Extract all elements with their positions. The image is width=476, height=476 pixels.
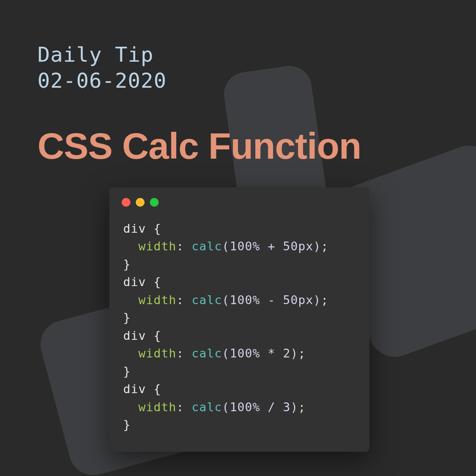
- content-area: Daily Tip 02-06-2020 CSS Calc Function d…: [0, 0, 476, 452]
- code-content: div { width: calc(100% + 50px); } div { …: [109, 211, 369, 452]
- subtitle-line-1: Daily Tip: [37, 42, 441, 68]
- page-title: CSS Calc Function: [37, 125, 441, 167]
- close-icon: [122, 198, 130, 207]
- maximize-icon: [150, 198, 159, 207]
- subtitle-line-2: 02-06-2020: [37, 68, 441, 94]
- window-controls: [109, 187, 369, 211]
- minimize-icon: [136, 198, 145, 207]
- code-window: div { width: calc(100% + 50px); } div { …: [109, 187, 369, 452]
- subtitle: Daily Tip 02-06-2020: [37, 42, 441, 94]
